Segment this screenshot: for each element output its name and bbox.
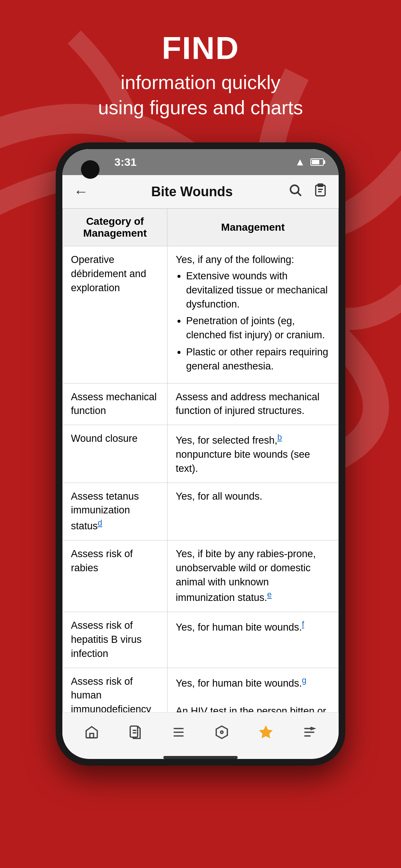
svg-rect-6	[90, 733, 94, 738]
table-row: Wound closure Yes, for selected fresh,b …	[63, 425, 339, 483]
search-icon[interactable]	[288, 183, 302, 200]
home-icon	[84, 725, 99, 741]
back-button[interactable]: ←	[74, 183, 88, 200]
app-title: Bite Wounds	[96, 184, 288, 200]
status-icons: ▲	[295, 156, 324, 168]
svg-line-1	[298, 193, 301, 196]
category-cell: Assess mechanical function	[63, 383, 167, 425]
app-toolbar-icons	[288, 183, 327, 200]
list-item: Plastic or other repairs requiring gener…	[186, 345, 330, 374]
svg-point-0	[290, 185, 299, 194]
svg-point-13	[221, 731, 223, 733]
management-cell: Yes, for all wounds.	[167, 483, 339, 540]
category-cell: Assess risk of rabies	[63, 540, 167, 612]
table-row: Assess risk of rabies Yes, if bite by an…	[63, 540, 339, 612]
table-row: Operative débridement and exploration Ye…	[63, 246, 339, 383]
svg-rect-7	[130, 726, 138, 737]
table-row: Assess mechanical function Assess and ad…	[63, 383, 339, 425]
list-icon	[171, 725, 186, 741]
nav-tag[interactable]	[209, 722, 236, 744]
document-icon	[128, 725, 143, 741]
footnote-b[interactable]: b	[277, 433, 282, 442]
table-row: Assess tetanus immunization statusd Yes,…	[63, 483, 339, 540]
home-indicator	[163, 756, 238, 759]
table-row: Assess risk of human immunodeficiency vi…	[63, 668, 339, 712]
clipboard-icon[interactable]	[313, 183, 327, 200]
footnote-d[interactable]: d	[98, 518, 102, 527]
col2-header: Management	[167, 209, 339, 246]
list-item: Extensive wounds with devitalized tissue…	[186, 269, 330, 311]
header-subtitle: information quickly using figures and ch…	[0, 70, 401, 120]
management-cell: Yes, for human bite wounds.f	[167, 612, 339, 668]
status-bar: 3:31 ▲	[62, 149, 339, 175]
subtitle-line1: information quickly	[121, 72, 281, 93]
management-cell: Yes, if any of the following: Extensive …	[167, 246, 339, 383]
nav-list[interactable]	[165, 722, 192, 744]
table-row: Assess risk of hepatitis B virus infecti…	[63, 612, 339, 668]
bullet-list: Extensive wounds with devitalized tissue…	[176, 269, 330, 374]
nav-home[interactable]	[78, 722, 105, 744]
nav-export[interactable]	[296, 722, 323, 744]
category-cell: Operative débridement and exploration	[63, 246, 167, 383]
category-cell: Wound closure	[63, 425, 167, 483]
battery-icon	[310, 158, 324, 166]
bottom-nav	[62, 712, 339, 753]
footnote-g[interactable]: g	[302, 675, 306, 685]
list-item: Penetration of joints (eg, clenched fist…	[186, 314, 330, 342]
col1-header: Category of Management	[63, 209, 167, 246]
category-cell: Assess risk of hepatitis B virus infecti…	[63, 612, 167, 668]
phone-screen: 3:31 ▲ ← Bite Wounds	[62, 149, 339, 759]
find-label: FIND	[0, 30, 401, 66]
category-cell: Assess tetanus immunization statusd	[63, 483, 167, 540]
svg-marker-14	[260, 726, 272, 738]
nav-star[interactable]	[252, 722, 279, 744]
phone-device: 3:31 ▲ ← Bite Wounds	[56, 142, 345, 766]
header-section: FIND information quickly using figures a…	[0, 0, 401, 120]
management-table: Category of Management Management Operat…	[62, 208, 339, 712]
footnote-f[interactable]: f	[302, 619, 304, 629]
status-time: 3:31	[114, 156, 137, 168]
management-cell: Yes, if bite by any rabies-prone, unobse…	[167, 540, 339, 612]
footnote-e[interactable]: e	[267, 590, 271, 599]
camera-notch	[81, 160, 100, 179]
export-icon	[302, 725, 317, 741]
phone-wrapper: 3:31 ▲ ← Bite Wounds	[0, 142, 401, 766]
management-cell: Yes, for human bite wounds.g An HIV test…	[167, 668, 339, 712]
wifi-icon: ▲	[295, 156, 305, 168]
tag-icon	[215, 725, 230, 741]
subtitle-line2: using figures and charts	[98, 97, 303, 118]
nav-document[interactable]	[122, 722, 149, 744]
management-cell: Yes, for selected fresh,b nonpuncture bi…	[167, 425, 339, 483]
content-area: Category of Management Management Operat…	[62, 208, 339, 712]
management-cell: Assess and address mechanical function o…	[167, 383, 339, 425]
category-cell: Assess risk of human immunodeficiency vi…	[63, 668, 167, 712]
app-bar: ← Bite Wounds	[62, 175, 339, 208]
star-icon	[258, 725, 273, 741]
